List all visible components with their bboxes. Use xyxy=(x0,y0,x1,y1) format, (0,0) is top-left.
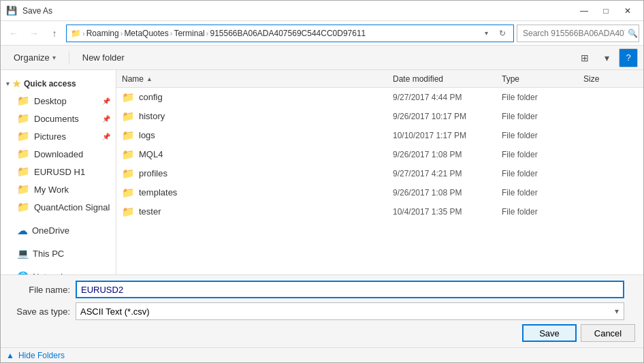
file-name-text: history xyxy=(139,111,165,121)
file-type-cell: File folder xyxy=(502,112,583,121)
file-date-cell: 9/26/2017 1:08 PM xyxy=(393,150,502,159)
table-row[interactable]: 📁 MQL4 9/26/2017 1:08 PM File folder xyxy=(116,145,643,164)
file-name-cell: 📁 profiles xyxy=(122,168,393,180)
documents-folder-icon: 📁 xyxy=(17,112,30,125)
mywork-folder-icon: 📁 xyxy=(17,183,30,195)
folder-icon: 📁 xyxy=(122,206,135,218)
new-folder-label: New folder xyxy=(82,52,125,63)
search-box[interactable]: 🔍 xyxy=(517,25,639,42)
organize-button[interactable]: Organize ▾ xyxy=(6,48,63,67)
breadcrumb-roaming: Roaming xyxy=(86,29,119,38)
sidebar-item-quantaction-label: QuantAction Signal xyxy=(34,202,110,212)
breadcrumb-terminal: Terminal xyxy=(174,29,204,38)
file-date-cell: 9/27/2017 4:21 PM xyxy=(393,169,502,178)
file-name-cell: 📁 history xyxy=(122,110,393,123)
sidebar-item-network[interactable]: 🌐 Network xyxy=(1,268,116,274)
breadcrumb: 📁 › Roaming › MetaQuotes › Terminal › 91… xyxy=(71,29,477,38)
folder-icon: 📁 xyxy=(122,148,135,161)
column-header-date[interactable]: Date modified xyxy=(393,74,502,84)
column-header-size[interactable]: Size xyxy=(583,74,638,84)
address-dropdown-icon[interactable]: ▾ xyxy=(479,25,493,42)
window-icon: 💾 xyxy=(6,5,17,16)
sidebar-item-desktop-label: Desktop xyxy=(34,96,67,106)
view-icon: ⊞ xyxy=(581,52,589,63)
folder-icon: 📁 xyxy=(122,129,135,142)
column-header-name[interactable]: Name ▲ xyxy=(122,74,393,84)
help-button[interactable]: ? xyxy=(619,48,638,67)
up-button[interactable]: ↑ xyxy=(46,25,63,42)
close-button[interactable]: ✕ xyxy=(617,3,638,18)
table-row[interactable]: 📁 logs 10/10/2017 1:17 PM File folder xyxy=(116,126,643,145)
file-date-cell: 10/10/2017 1:17 PM xyxy=(393,131,502,140)
maximize-button[interactable]: □ xyxy=(596,3,616,18)
organize-label: Organize xyxy=(14,52,50,63)
file-type-cell: File folder xyxy=(502,207,583,217)
quick-access-chevron-icon: ▾ xyxy=(6,80,10,87)
network-section: 🌐 Network xyxy=(1,265,116,274)
savetype-select-wrapper: ASCII Text (*.csv) xyxy=(76,302,624,320)
sidebar: ▾ ★ Quick access 📁 Desktop 📌 📁 Documents… xyxy=(1,70,116,274)
bottom-actions: Save Cancel xyxy=(9,324,635,342)
sidebar-item-thispc[interactable]: 💻 This PC xyxy=(1,244,116,262)
sidebar-item-downloaded[interactable]: 📁 Downloaded xyxy=(1,145,116,163)
sidebar-item-mywork[interactable]: 📁 My Work xyxy=(1,180,116,198)
sidebar-item-pictures[interactable]: 📁 Pictures 📌 xyxy=(1,127,116,145)
quick-access-section: ▾ ★ Quick access 📁 Desktop 📌 📁 Documents… xyxy=(1,73,116,219)
column-header-type[interactable]: Type xyxy=(502,74,583,84)
file-type-cell: File folder xyxy=(502,93,583,102)
sort-arrow-icon: ▲ xyxy=(146,76,152,82)
sidebar-item-quantaction[interactable]: 📁 QuantAction Signal xyxy=(1,198,116,216)
quick-access-header[interactable]: ▾ ★ Quick access xyxy=(1,76,116,92)
table-row[interactable]: 📁 templates 9/26/2017 1:08 PM File folde… xyxy=(116,183,643,202)
sidebar-item-onedrive-label: OneDrive xyxy=(32,225,69,236)
hide-folders-bar[interactable]: ▲ Hide Folders xyxy=(1,347,643,362)
save-as-dialog: 💾 Save As — □ ✕ ← → ↑ 📁 › Roaming › Meta… xyxy=(0,0,644,363)
file-name-cell: 📁 MQL4 xyxy=(122,148,393,161)
pin-icon: 📌 xyxy=(102,115,110,123)
onedrive-icon: ☁ xyxy=(17,224,28,237)
file-date-cell: 9/27/2017 4:44 PM xyxy=(393,93,502,102)
file-name-text: config xyxy=(139,92,163,102)
view-dropdown-button[interactable]: ▾ xyxy=(597,48,616,67)
address-refresh-icon[interactable]: ↻ xyxy=(496,25,509,42)
savetype-select[interactable]: ASCII Text (*.csv) xyxy=(76,302,624,320)
minimize-button[interactable]: — xyxy=(574,3,594,18)
filename-input[interactable] xyxy=(76,281,624,298)
back-button[interactable]: ← xyxy=(5,25,22,42)
view-chevron-icon: ▾ xyxy=(605,52,609,63)
toolbar: Organize ▾ New folder ⊞ ▾ ? xyxy=(1,46,643,70)
toolbar-right: ⊞ ▾ ? xyxy=(575,48,638,67)
quantaction-folder-icon: 📁 xyxy=(17,201,30,213)
title-bar: 💾 Save As — □ ✕ xyxy=(1,1,643,21)
sidebar-item-desktop[interactable]: 📁 Desktop 📌 xyxy=(1,92,116,110)
table-row[interactable]: 📁 profiles 9/27/2017 4:21 PM File folder xyxy=(116,164,643,183)
save-button[interactable]: Save xyxy=(522,324,577,342)
address-bar[interactable]: 📁 › Roaming › MetaQuotes › Terminal › 91… xyxy=(66,25,514,42)
organize-chevron-icon: ▾ xyxy=(52,54,56,61)
cancel-button[interactable]: Cancel xyxy=(581,324,635,342)
table-row[interactable]: 📁 tester 10/4/2017 1:35 PM File folder xyxy=(116,202,643,221)
file-type-cell: File folder xyxy=(502,169,583,178)
sidebar-item-eurusd[interactable]: 📁 EURUSD H1 xyxy=(1,163,116,180)
file-rows-container: 📁 config 9/27/2017 4:44 PM File folder 📁… xyxy=(116,88,643,221)
file-type-cell: File folder xyxy=(502,188,583,198)
file-name-cell: 📁 config xyxy=(122,91,393,104)
table-row[interactable]: 📁 history 9/26/2017 10:17 PM File folder xyxy=(116,107,643,126)
sidebar-item-documents[interactable]: 📁 Documents 📌 xyxy=(1,110,116,127)
table-row[interactable]: 📁 config 9/27/2017 4:44 PM File folder xyxy=(116,88,643,107)
quick-access-label: Quick access xyxy=(24,79,76,89)
file-name-text: logs xyxy=(139,130,155,140)
sidebar-item-onedrive[interactable]: ☁ OneDrive xyxy=(1,221,116,239)
window-title: Save As xyxy=(22,6,52,16)
breadcrumb-folder-icon: 📁 xyxy=(71,29,81,38)
folder-icon: 📁 xyxy=(122,110,135,123)
forward-button[interactable]: → xyxy=(25,25,43,42)
new-folder-button[interactable]: New folder xyxy=(75,48,132,67)
view-options-button[interactable]: ⊞ xyxy=(575,48,594,67)
sidebar-item-pictures-label: Pictures xyxy=(34,131,66,142)
search-input[interactable] xyxy=(523,29,625,38)
sidebar-item-documents-label: Documents xyxy=(34,114,79,124)
sidebar-item-eurusd-label: EURUSD H1 xyxy=(34,167,85,177)
hide-folders-chevron-icon: ▲ xyxy=(6,351,14,360)
folder-icon: 📁 xyxy=(122,187,135,199)
